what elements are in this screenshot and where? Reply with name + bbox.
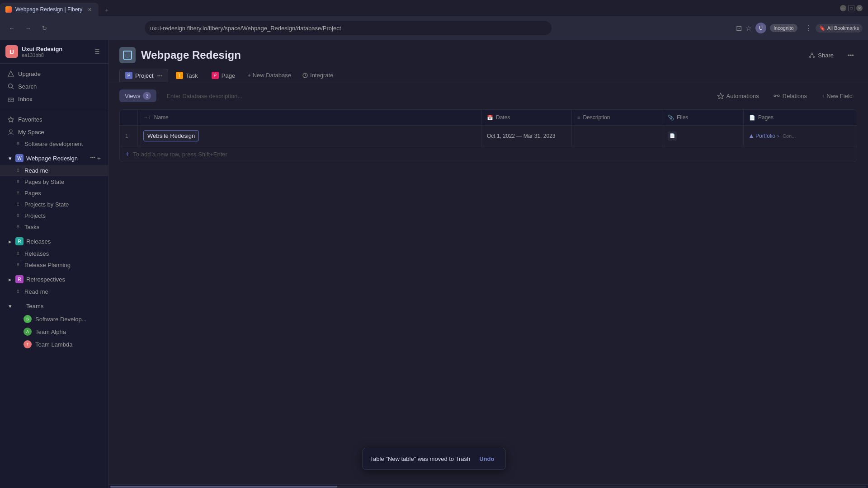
sidebar-child-team-alpha[interactable]: A Team Alpha [11,325,108,338]
sidebar: U Uxui Redesign ea131bb8 Upgrade [0,40,108,488]
sidebar-child-pages[interactable]: ⠿ Pages [0,188,108,199]
grid-icon-tk: ⠿ [14,224,21,230]
task-tab-label: Task [186,72,198,79]
cell-name[interactable]: Website Redesign [138,126,481,146]
row-name-value: Website Redesign [143,130,199,141]
automations-label: Automations [726,93,759,99]
relations-button[interactable]: Relations [769,90,811,102]
description-field[interactable]: Enter Database description... [164,90,705,102]
new-tab-button[interactable]: + [100,4,113,16]
teams-children: S Software Develop... A Team Alpha T Tea… [0,313,108,351]
grid-icon-pjbs: ⠿ [14,202,21,208]
more-options-button[interactable]: ••• [844,49,857,61]
screenshot-icon[interactable]: ⊡ [736,24,742,33]
svg-point-12 [813,56,815,58]
sidebar-child-tasks[interactable]: ⠿ Tasks [0,221,108,233]
grid-icon-pj: ⠿ [14,213,21,219]
relations-label: Relations [783,93,807,99]
sidebar-child-pages-by-state[interactable]: ⠿ Pages by State [0,176,108,188]
sidebar-child-projects[interactable]: ⠿ Projects [0,210,108,221]
sidebar-item-favorites[interactable]: Favorites [0,113,108,126]
page-title: Webpage Redesign [141,49,241,61]
sidebar-child-software-develop[interactable]: S Software Develop... [11,313,108,325]
webpage-redesign-header[interactable]: ▾ W Webpage Redesign ••• + [0,151,108,165]
views-button[interactable]: Views 3 [119,89,156,102]
collapse-sidebar-button[interactable] [92,46,103,57]
releases-header[interactable]: ▸ R Releases [0,235,108,248]
release-planning-label: Release Planning [24,262,71,268]
address-bar[interactable]: uxui-redesign.fibery.io/fibery/space/Web… [145,21,552,35]
webpage-more-button[interactable]: ••• [90,155,95,162]
browser-actions: ⊡ ☆ U Incognito ⋮ 🔖 All Bookmarks [736,23,863,33]
sidebar-item-inbox[interactable]: Inbox [0,93,108,105]
integrate-button[interactable]: Integrate [297,69,338,81]
cell-description[interactable] [572,126,662,146]
views-count-badge: 3 [143,92,151,100]
table-row: 1 Website Redesign Oct 1, 2022 — Mar 31,… [120,126,857,146]
teams-header[interactable]: ▾ Teams [0,299,108,313]
upgrade-label: Upgrade [18,70,41,77]
svg-point-11 [810,56,811,58]
retrospectives-header[interactable]: ▸ R Retrospectives [0,272,108,286]
workspace-selector[interactable]: U Uxui Redesign ea131bb8 [5,45,62,58]
sidebar-child-retro-read-me[interactable]: ⠿ Read me [0,286,108,297]
automations-button[interactable]: Automations [713,90,764,102]
tab-more-icon[interactable]: ••• [157,73,162,78]
new-field-button[interactable]: + New Field [817,90,857,102]
views-label: Views [125,93,140,99]
sidebar-section-releases: ▸ R Releases ⠿ Releases ⠿ Release Planni… [0,235,108,271]
tab-page[interactable]: P Page [206,69,241,82]
toast-undo-button[interactable]: Undo [476,454,498,464]
sidebar-child-releases[interactable]: ⠿ Releases [0,248,108,259]
workspace-sub: ea131bb8 [22,52,62,58]
profile-avatar[interactable]: U [755,23,766,33]
maximize-button[interactable]: □ [848,5,854,11]
portfolio-link[interactable]: Portfolio › [749,133,779,139]
address-text: uxui-redesign.fibery.io/fibery/space/Web… [150,25,341,32]
files-col-label: Files [677,114,688,121]
minimize-button[interactable]: — [840,5,846,11]
sidebar-item-software-dev[interactable]: ⠿ Software development [0,138,108,150]
sidebar-child-release-planning[interactable]: ⠿ Release Planning [0,259,108,271]
bookmark-icon[interactable]: ☆ [745,24,752,33]
bottom-scrollbar[interactable] [108,484,868,488]
ta-label: Team Alpha [35,328,66,335]
svg-line-14 [813,54,814,56]
webpage-add-button[interactable]: + [97,155,101,162]
svg-line-4 [12,88,14,89]
add-database-button[interactable]: + New Database [243,69,296,81]
svg-marker-2 [8,71,14,76]
sidebar-item-upgrade[interactable]: Upgrade [0,67,108,80]
add-row-button[interactable]: + To add a new row, press Shift+Enter [120,146,857,162]
sidebar-child-read-me[interactable]: ⠿ Read me [0,165,108,176]
favorites-icon [7,116,14,123]
name-col-icon: →T [143,115,151,120]
menu-icon[interactable]: ⋮ [805,24,812,33]
cell-dates: Oct 1, 2022 — Mar 31, 2023 [481,126,572,146]
portfolio-arrow-icon: › [777,133,779,139]
tab-project[interactable]: P Project ••• [119,69,168,82]
sidebar-child-projects-by-state[interactable]: ⠿ Projects by State [0,199,108,210]
tab-close-button[interactable]: ✕ [86,6,93,13]
row-number: 1 [125,133,128,139]
active-tab[interactable]: Webpage Redesign | Fibery ✕ [0,3,99,16]
sidebar-item-search[interactable]: Search [0,80,108,93]
sidebar-child-team-lambda[interactable]: T Team Lambda [11,338,108,351]
share-button[interactable]: Share [803,49,839,61]
reload-button[interactable]: ↻ [38,22,51,34]
back-button[interactable]: ← [5,22,18,34]
app: U Uxui Redesign ea131bb8 Upgrade [0,40,868,488]
th-row-num [120,110,138,125]
tab-task[interactable]: T Task [170,69,204,82]
projects-by-state-label: Projects by State [24,201,69,208]
add-row-icon: + [125,150,129,158]
sidebar-item-my-space[interactable]: My Space [0,126,108,138]
sidebar-section-teams: ▾ Teams S Software Develop... A Team Alp… [0,299,108,351]
retro-children: ⠿ Read me [0,286,108,297]
close-button[interactable]: ✕ [856,5,863,11]
svg-marker-6 [8,117,14,122]
webpage-children: ⠿ Read me ⠿ Pages by State ⠿ Pages ⠿ Pro… [0,165,108,233]
tab-strip: P Project ••• T Task P Page + New Databa… [108,63,868,82]
forward-button[interactable]: → [22,22,34,34]
all-bookmarks[interactable]: 🔖 All Bookmarks [816,24,863,33]
